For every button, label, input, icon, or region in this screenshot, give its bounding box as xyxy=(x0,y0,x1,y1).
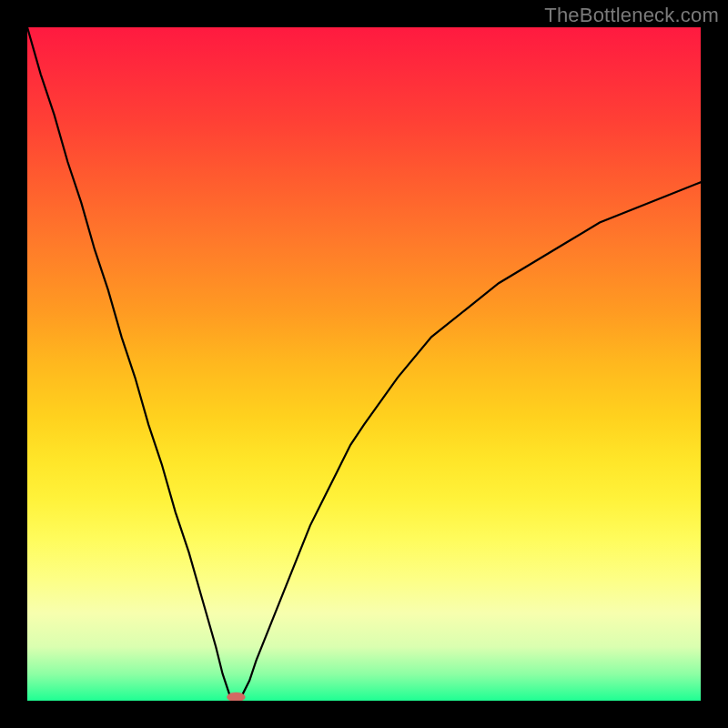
watermark-text: TheBottleneck.com xyxy=(544,4,719,27)
chart-stage: TheBottleneck.com xyxy=(0,0,728,728)
plot-area xyxy=(27,27,701,701)
minimum-marker xyxy=(227,693,245,701)
bottleneck-curve xyxy=(27,27,701,701)
curve-layer xyxy=(27,27,701,701)
